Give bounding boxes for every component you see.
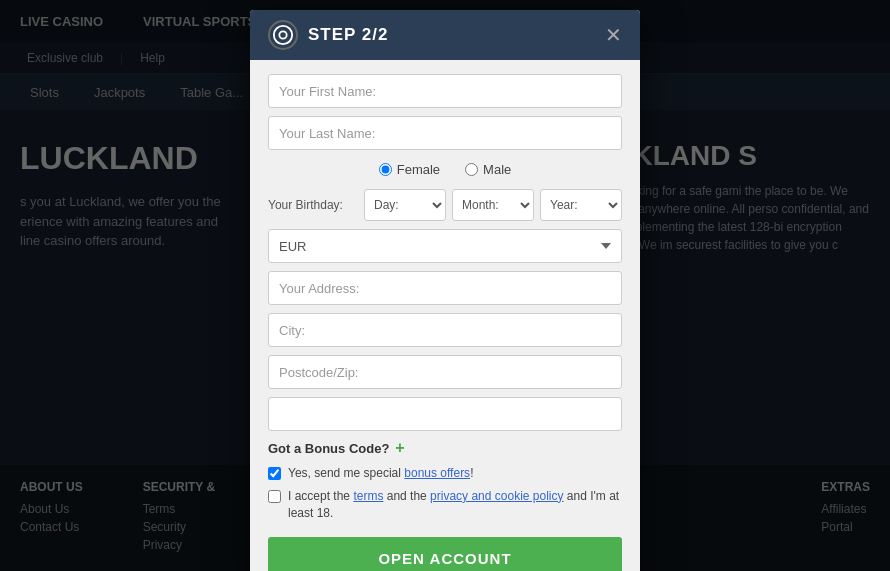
modal-body: Female Male Your Birthday: Day: Month: Y… bbox=[250, 60, 640, 571]
gender-row: Female Male bbox=[268, 158, 622, 181]
special-offers-row: Yes, send me special bonus offers! bbox=[268, 465, 622, 482]
last-name-input[interactable] bbox=[268, 116, 622, 150]
gender-male-radio[interactable] bbox=[465, 163, 478, 176]
bonus-code-row: Got a Bonus Code? + bbox=[268, 439, 622, 457]
gender-male-label: Male bbox=[483, 162, 511, 177]
birthday-row: Your Birthday: Day: Month: Year: bbox=[268, 189, 622, 221]
gender-female-label: Female bbox=[397, 162, 440, 177]
gender-male-option[interactable]: Male bbox=[465, 162, 511, 177]
first-name-group bbox=[268, 74, 622, 108]
city-input[interactable] bbox=[268, 313, 622, 347]
modal-header: STEP 2/2 ✕ bbox=[250, 10, 640, 60]
svg-point-0 bbox=[274, 26, 292, 44]
modal-logo bbox=[268, 20, 298, 50]
terms-label-middle: and the bbox=[383, 489, 430, 503]
address-group bbox=[268, 271, 622, 305]
special-offers-label-start: Yes, send me special bbox=[288, 466, 404, 480]
special-offers-checkbox[interactable] bbox=[268, 467, 281, 480]
terms-link[interactable]: terms bbox=[353, 489, 383, 503]
special-offers-label-end: ! bbox=[470, 466, 473, 480]
privacy-policy-link[interactable]: privacy and cookie policy bbox=[430, 489, 563, 503]
modal-overlay: STEP 2/2 ✕ Female Male bbox=[0, 0, 890, 571]
gender-female-radio[interactable] bbox=[379, 163, 392, 176]
bonus-code-link[interactable]: Got a Bonus Code? bbox=[268, 441, 389, 456]
modal-close-button[interactable]: ✕ bbox=[605, 25, 622, 45]
bonus-offers-link[interactable]: bonus offers bbox=[404, 466, 470, 480]
city-group bbox=[268, 313, 622, 347]
modal-header-left: STEP 2/2 bbox=[268, 20, 388, 50]
terms-row: I accept the terms and the privacy and c… bbox=[268, 488, 622, 522]
postcode-group bbox=[268, 355, 622, 389]
open-account-button[interactable]: OPEN ACCOUNT bbox=[268, 537, 622, 571]
first-name-input[interactable] bbox=[268, 74, 622, 108]
gender-female-option[interactable]: Female bbox=[379, 162, 440, 177]
terms-checkbox[interactable] bbox=[268, 490, 281, 503]
birthday-year-select[interactable]: Year: bbox=[540, 189, 622, 221]
modal-title: STEP 2/2 bbox=[308, 25, 388, 45]
address-input[interactable] bbox=[268, 271, 622, 305]
registration-modal: STEP 2/2 ✕ Female Male bbox=[250, 10, 640, 571]
birthday-month-select[interactable]: Month: bbox=[452, 189, 534, 221]
birthday-label: Your Birthday: bbox=[268, 198, 358, 212]
extra-field-group bbox=[268, 397, 622, 431]
extra-input[interactable] bbox=[268, 397, 622, 431]
terms-label-start: I accept the bbox=[288, 489, 353, 503]
last-name-group bbox=[268, 116, 622, 150]
bonus-plus-icon: + bbox=[395, 439, 404, 457]
postcode-input[interactable] bbox=[268, 355, 622, 389]
svg-point-1 bbox=[279, 31, 286, 38]
currency-group: EUR USD GBP bbox=[268, 229, 622, 263]
terms-label: I accept the terms and the privacy and c… bbox=[288, 488, 622, 522]
birthday-day-select[interactable]: Day: bbox=[364, 189, 446, 221]
currency-select[interactable]: EUR USD GBP bbox=[268, 229, 622, 263]
special-offers-label: Yes, send me special bonus offers! bbox=[288, 465, 473, 482]
